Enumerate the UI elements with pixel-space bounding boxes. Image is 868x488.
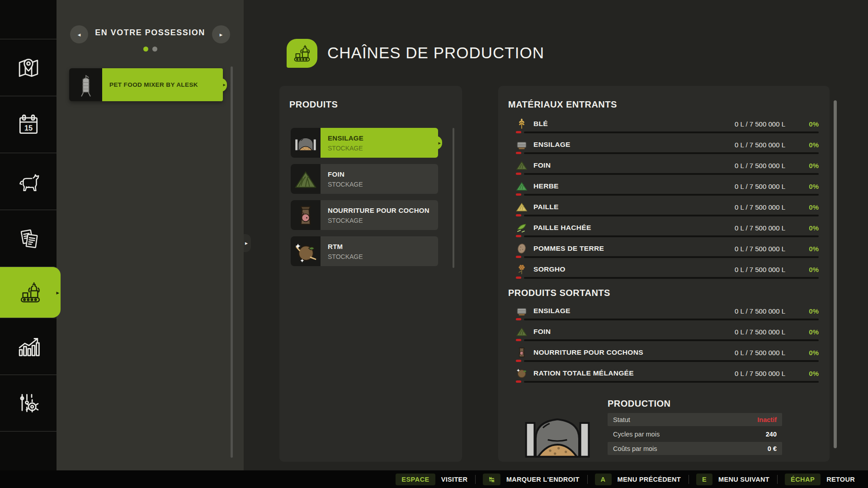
fill-track (524, 194, 819, 196)
input-row: HERBE 0 L / 7 500 000 L 0% (516, 179, 819, 196)
production-info-row: Coûts par mois 0 € (608, 442, 782, 455)
material-percent: 0% (793, 120, 819, 128)
sidebar-menu: 15 (0, 39, 57, 432)
production-info-row: Cycles par mois 240 (608, 427, 782, 441)
sidebar-item-production[interactable] (0, 267, 61, 318)
material-label: SORGHO (533, 265, 566, 273)
production-info-table: Statut Inactif Cycles par mois 240 Coûts… (608, 413, 782, 456)
tmr-small-icon (516, 367, 528, 379)
pagination-dot[interactable] (143, 47, 148, 52)
material-label: BLÉ (533, 120, 548, 128)
hint-label: VISITER (441, 476, 468, 483)
hint-mark-spot[interactable]: ↹ MARQUER L'ENDROIT (475, 474, 587, 485)
hint-next-menu[interactable]: E MENU SUIVANT (689, 474, 777, 485)
sidebar-item-statistics[interactable] (0, 318, 57, 375)
possession-scrollbar[interactable] (231, 66, 233, 458)
input-row: PAILLE 0 L / 7 500 000 L 0% (516, 200, 819, 216)
production-icon (287, 39, 317, 68)
fill-track (524, 152, 819, 154)
hint-label: MENU SUIVANT (718, 476, 769, 483)
product-item-nourriture-cochon[interactable]: NOURRITURE POUR COCHON STOCKAGE (291, 200, 438, 230)
material-percent: 0% (793, 245, 819, 253)
pagination-dot[interactable] (152, 47, 157, 52)
fill-marker (516, 173, 521, 175)
calendar-icon: 15 (16, 112, 41, 137)
fill-marker (516, 339, 521, 341)
production-section-title: PRODUCTION (608, 399, 670, 409)
product-item-rtm[interactable]: RTM STOCKAGE (291, 236, 438, 266)
key-chip: ↹ (483, 474, 500, 485)
sidebar-item-calendar[interactable]: 15 (0, 96, 57, 153)
key-chip: A (595, 474, 612, 485)
hint-back[interactable]: ÉCHAP RETOUR (777, 474, 863, 485)
product-item-ensilage[interactable]: ENSILAGE STOCKAGE (291, 128, 438, 158)
material-label: FOIN (533, 161, 551, 169)
fill-marker (516, 131, 521, 133)
fill-track (524, 381, 819, 383)
hint-list: ESPACE VISITER ↹ MARQUER L'ENDROIT A MEN… (388, 474, 863, 485)
production-icon (18, 280, 43, 305)
sidebar-item-contracts[interactable] (0, 210, 57, 267)
fill-level-bar (516, 235, 819, 237)
next-page-button[interactable]: ▸ (212, 25, 230, 43)
sidebar-item-map[interactable] (0, 39, 57, 96)
hint-prev-menu[interactable]: A MENU PRÉCÉDENT (587, 474, 689, 485)
material-percent: 0% (793, 183, 819, 190)
fill-level-bar (516, 339, 819, 341)
cow-icon (16, 169, 41, 194)
statistics-icon (16, 334, 41, 359)
fill-track (524, 256, 819, 258)
product-title: NOURRITURE POUR COCHON (328, 206, 438, 214)
product-item-foin[interactable]: FOIN STOCKAGE (291, 164, 438, 194)
fill-level-bar (516, 214, 819, 216)
mixer-machine-icon (519, 408, 596, 459)
production-info-value: 0 € (768, 445, 777, 452)
svg-text:15: 15 (24, 123, 32, 131)
fill-track (524, 360, 819, 362)
inputs-section-title: MATÉRIAUX ENTRANTS (508, 99, 617, 110)
tmr-icon (291, 236, 321, 266)
keyboard-hint-bar: ESPACE VISITER ↹ MARQUER L'ENDROIT A MEN… (0, 470, 868, 488)
production-details-panel: MATÉRIAUX ENTRANTS BLÉ 0 L / 7 500 000 L… (498, 86, 830, 462)
main-sidebar: 15 (0, 0, 57, 488)
product-subtitle: STOCKAGE (328, 181, 438, 188)
material-label: PAILLE HACHÉE (533, 224, 591, 232)
product-list: ENSILAGE STOCKAGE FOIN STOCKAGE NOURRITU… (291, 128, 438, 272)
sidebar-spacer (0, 0, 57, 39)
input-materials-list: BLÉ 0 L / 7 500 000 L 0% ENSILAGE 0 L / … (516, 117, 819, 283)
wheat-icon (516, 118, 528, 130)
material-label: POMMES DE TERRE (533, 244, 604, 253)
material-percent: 0% (793, 370, 819, 377)
straw-icon (516, 201, 528, 213)
sidebar-item-settings[interactable] (0, 375, 57, 432)
sidebar-item-animals[interactable] (0, 153, 57, 210)
fill-track (524, 235, 819, 237)
main-content: ▸ CHAÎNES DE PRODUCTION PRODUITS ENSILAG… (244, 0, 868, 470)
silage-icon (516, 139, 528, 150)
fill-level-bar (516, 256, 819, 258)
material-label: HERBE (533, 182, 559, 190)
material-label: FOIN (533, 328, 551, 336)
material-percent: 0% (793, 266, 819, 273)
material-percent: 0% (793, 162, 819, 169)
products-panel-title: PRODUITS (289, 99, 338, 110)
fill-marker (516, 360, 521, 362)
products-scrollbar[interactable] (453, 128, 454, 268)
output-row: NOURRITURE POUR COCHONS 0 L / 7 500 000 … (516, 345, 819, 362)
material-amount: 0 L / 7 500 000 L (735, 141, 785, 149)
fill-level-bar (516, 380, 819, 383)
fill-marker (516, 277, 521, 279)
material-amount: 0 L / 7 500 000 L (735, 370, 785, 377)
pig-food-icon (516, 347, 528, 358)
fill-marker (516, 380, 521, 383)
possession-item-pet-food-mixer[interactable]: PET FOOD MIXER BY ALESK (69, 68, 223, 101)
product-title: RTM (328, 243, 438, 250)
outputs-section-title: PRODUITS SORTANTS (508, 288, 610, 298)
details-scrollbar[interactable] (834, 100, 837, 448)
material-label: ENSILAGE (533, 307, 571, 315)
contracts-icon (16, 226, 41, 251)
input-row: FOIN 0 L / 7 500 000 L 0% (516, 158, 819, 175)
hint-visit[interactable]: ESPACE VISITER (388, 474, 475, 485)
fill-level-bar (516, 193, 819, 196)
fill-marker (516, 152, 521, 154)
